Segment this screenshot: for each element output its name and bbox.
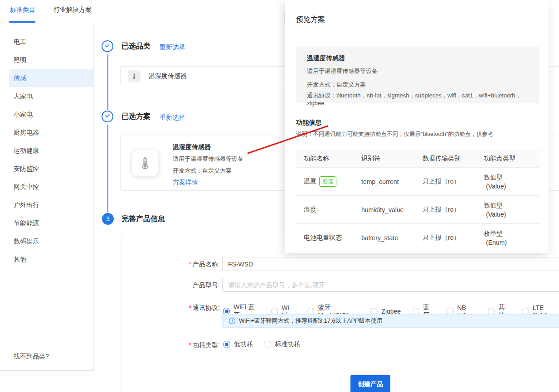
power-type-label: *功耗类型: [145,340,220,349]
thermometer-icon [131,150,159,177]
required-asterisk: * [189,341,191,348]
step2-title: 已选方案 [122,112,151,121]
check-icon [104,42,111,51]
info-icon: i [229,318,235,324]
datapoint-table: 功能名称 识别符 数据传输类别 功能点类型 温度必选 temp_current … [296,150,540,252]
radio-standard-power[interactable]: 标准功耗 [264,340,300,348]
sidebar-item-outdoor[interactable]: 户外出行 [0,196,93,214]
check-icon [104,112,111,121]
solution-dev-mode: 开发方式：自定义方案 [173,167,243,175]
function-info-title: 功能信息 [296,119,321,127]
sidebar-item-electrical[interactable]: 电工 [0,33,93,51]
summary-protocols: 通讯协议：bluetooth，nb-iot，sigmesh，subpieces，… [307,92,529,106]
category-sidebar: 电工 照明 传感 大家电 小家电 厨房电器 运动健康 安防监控 网关中控 户外出… [0,23,94,371]
required-badge: 必选 [319,176,336,187]
product-model-input[interactable] [222,278,559,292]
create-product-button[interactable]: 创建产品 [350,375,390,392]
solution-desc: 适用于温湿度传感器等设备 [173,155,243,163]
radio-icon [264,341,271,348]
sidebar-item-gateway[interactable]: 网关中控 [0,178,93,196]
step1-title: 已选品类 [122,42,151,51]
table-row: 电池电量状态 battery_state 只上报（ro） 枚举型(Enum) [296,224,540,252]
sidebar-item-digital-entertainment[interactable]: 数码娱乐 [0,232,93,250]
thermometer-icon [128,70,141,82]
summary-name: 温湿度传感器 [307,54,529,63]
solution-name: 温湿度传感器 [173,143,243,151]
preview-drawer: 预览方案 温湿度传感器 适用于温湿度传感器等设备 开发方式：自定义方案 通讯协议… [285,0,549,253]
category-not-found-link[interactable]: 找不到品类? [14,353,49,361]
radio-selected-icon [223,341,230,348]
product-name-label: *产品名称: [145,260,220,269]
step-connector [107,125,108,213]
radio-low-power[interactable]: 低功耗 [223,340,253,348]
sidebar-item-security[interactable]: 安防监控 [0,160,93,178]
step-connector [107,54,108,110]
sidebar-item-kitchen-appliance[interactable]: 厨房电器 [0,123,93,141]
product-name-input[interactable] [222,257,559,271]
tab-industry-solution[interactable]: 行业解决方案 [53,6,92,14]
sidebar-item-lighting[interactable]: 照明 [0,51,93,69]
sidebar-item-others[interactable]: 其他 [0,250,93,268]
table-row: 温度必选 temp_current 只上报（ro） 数值型(Value) [296,168,540,196]
solution-summary-box: 温湿度传感器 适用于温湿度传感器等设备 开发方式：自定义方案 通讯协议：blue… [296,47,540,103]
step2-check-circle [102,111,113,122]
protocol-label: *通讯协议: [145,303,220,312]
step3-number-circle: 3 [102,213,114,225]
drawer-title: 预览方案 [296,15,325,24]
step1-reselect-link[interactable]: 重新选择 [160,44,185,52]
step3-number: 3 [106,215,110,223]
summary-dev-mode: 开发方式：自定义方案 [307,81,529,89]
protocol-tip-banner: i WiFi+蓝牙联网方式，推荐搭配3.17.6以上APP版本使用 [222,314,559,328]
step2-reselect-link[interactable]: 重新选择 [160,114,185,122]
required-asterisk: * [189,304,191,311]
step1-check-circle [102,40,113,52]
summary-desc: 适用于温湿度传感器等设备 [307,67,529,75]
table-header-row: 功能名称 识别符 数据传输类别 功能点类型 [296,150,540,168]
step3-title: 完善产品信息 [122,214,165,224]
sidebar-item-sensor[interactable]: 传感 [9,69,93,87]
tab-standard-category[interactable]: 标准类目 [10,6,35,14]
required-asterisk: * [189,261,191,268]
product-model-label: 产品型号: [145,281,220,290]
function-info-note: 说明：不同通讯能力可能支持功能点不同，仅展示"bluetooth"的功能点，供参… [296,131,493,138]
sidebar-item-large-appliance[interactable]: 大家电 [0,87,93,105]
solution-detail-link[interactable]: 方案详情 [173,179,243,187]
power-type-radio-group: 低功耗 标准功耗 [223,340,300,348]
screen: 标准类目 行业解决方案 电工 照明 传感 大家电 小家电 厨房电器 运动健康 安… [0,0,559,392]
protocol-tip-text: WiFi+蓝牙联网方式，推荐搭配3.17.6以上APP版本使用 [239,317,383,325]
sidebar-item-sport-health[interactable]: 运动健康 [0,141,93,160]
drawer-divider [285,35,549,35]
table-row: 湿度 humidity_value 只上报（ro） 数值型(Value) [296,196,540,224]
sidebar-footer-divider [9,347,94,347]
sidebar-item-small-appliance[interactable]: 小家电 [0,105,93,123]
sidebar-item-energy[interactable]: 节能能源 [0,214,93,232]
selected-category-name: 温湿度传感器 [149,67,187,86]
